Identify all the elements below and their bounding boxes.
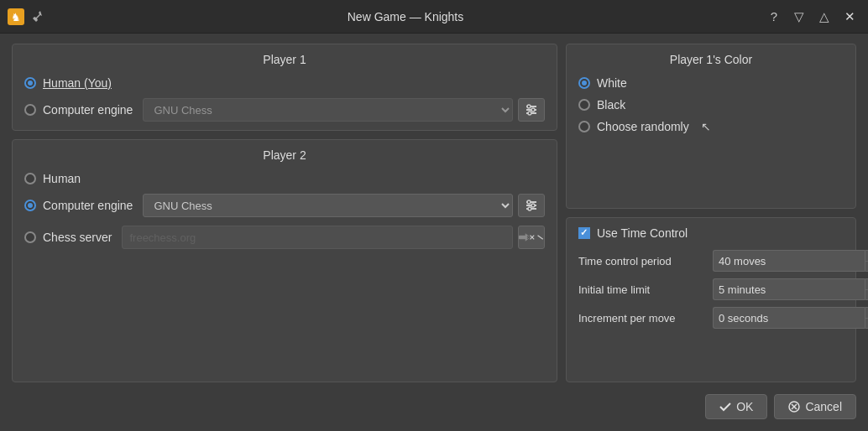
color-random-row: Choose randomly ↖ (578, 120, 844, 133)
color-random-label[interactable]: Choose randomly (597, 120, 689, 133)
time-increment-spinner-btns: ▲ ▼ (865, 307, 868, 329)
time-initial-label: Initial time limit (578, 283, 713, 296)
titlebar-left-icons: ♞ (7, 8, 49, 26)
player2-server-clear-button[interactable] (518, 226, 545, 249)
time-control-panel: Use Time Control Time control period ▲ ▼… (566, 217, 856, 382)
color-panel-title: Player 1's Color (578, 53, 844, 66)
player1-engine-row-controls: GNU Chess (143, 98, 545, 122)
color-black-row: Black (578, 98, 844, 112)
player1-engine-radio[interactable] (24, 104, 36, 116)
cancel-button[interactable]: Cancel (774, 394, 856, 419)
time-control-checkbox[interactable] (578, 227, 590, 239)
color-black-label[interactable]: Black (597, 98, 625, 112)
time-period-spinner-btns: ▲ ▼ (865, 250, 868, 272)
player1-panel: Player 1 Human (You) Computer engine GNU… (12, 44, 557, 131)
color-white-radio[interactable] (578, 77, 590, 89)
player2-server-input[interactable] (122, 226, 513, 249)
cursor-icon: ↖ (701, 120, 711, 133)
pin-icon[interactable] (30, 8, 49, 26)
player2-engine-label[interactable]: Computer engine (43, 199, 133, 212)
time-period-row: Time control period ▲ ▼ (578, 250, 844, 272)
player2-engine-controls: GNU Chess (143, 194, 545, 217)
app-icon: ♞ (7, 8, 25, 26)
time-increment-row: Increment per move ▲ ▼ (578, 307, 844, 329)
time-period-spinner: ▲ ▼ (713, 250, 868, 272)
ok-label: OK (736, 400, 753, 413)
color-random-radio[interactable] (578, 121, 590, 132)
color-black-radio[interactable] (578, 99, 590, 111)
close-button[interactable]: ✕ (838, 5, 861, 29)
time-increment-label: Increment per move (578, 312, 713, 325)
player1-title: Player 1 (24, 53, 545, 66)
player2-engine-settings-button[interactable] (518, 194, 545, 217)
time-increment-spinner: ▲ ▼ (713, 307, 868, 329)
player1-engine-select[interactable]: GNU Chess (143, 98, 513, 122)
player2-server-label[interactable]: Chess server (43, 231, 112, 244)
time-increment-input[interactable] (713, 307, 865, 329)
left-panels: Player 1 Human (You) Computer engine GNU… (12, 44, 557, 382)
ok-check-icon (719, 402, 731, 412)
svg-point-11 (527, 200, 531, 204)
svg-point-13 (528, 207, 531, 210)
player2-server-row: Chess server (24, 226, 545, 249)
svg-point-6 (531, 108, 535, 112)
minimize-button[interactable]: ▽ (787, 5, 811, 29)
color-white-row: White (578, 76, 844, 90)
cancel-icon (788, 401, 800, 413)
time-control-header-row: Use Time Control (578, 226, 844, 240)
player2-human-radio[interactable] (24, 173, 36, 184)
player2-engine-select[interactable]: GNU Chess (143, 194, 513, 217)
time-period-input[interactable] (713, 250, 865, 272)
svg-point-5 (527, 105, 531, 108)
player2-server-radio[interactable] (24, 231, 36, 243)
player1-human-row: Human (You) (24, 76, 545, 90)
time-control-label[interactable]: Use Time Control (597, 226, 688, 240)
player2-server-controls (122, 226, 545, 249)
time-period-label: Time control period (578, 255, 713, 267)
time-initial-spinner-btns: ▲ ▼ (865, 278, 868, 300)
window-controls: ? ▽ △ ✕ (762, 5, 861, 29)
svg-point-12 (531, 204, 535, 207)
player1-human-label[interactable]: Human (You) (43, 76, 112, 90)
color-white-label[interactable]: White (597, 76, 627, 90)
panels-row: Player 1 Human (You) Computer engine GNU… (12, 44, 856, 382)
color-panel: Player 1's Color White Black Choose rand… (566, 44, 856, 209)
player2-engine-row: Computer engine GNU Chess (24, 194, 545, 217)
right-panels: Player 1's Color White Black Choose rand… (566, 44, 856, 382)
cancel-label: Cancel (805, 400, 842, 413)
player1-engine-row: Computer engine GNU Chess (24, 98, 545, 122)
svg-point-7 (528, 112, 531, 115)
time-initial-spinner: ▲ ▼ (713, 278, 868, 300)
bottom-buttons-row: OK Cancel (12, 391, 856, 421)
svg-text:♞: ♞ (11, 11, 21, 23)
player2-engine-radio[interactable] (24, 200, 36, 211)
time-initial-input[interactable] (713, 278, 865, 300)
player1-engine-label[interactable]: Computer engine (43, 103, 133, 117)
time-initial-row: Initial time limit ▲ ▼ (578, 278, 844, 300)
player2-panel: Player 2 Human Computer engine GNU Chess (12, 139, 557, 382)
player2-human-label[interactable]: Human (43, 172, 81, 185)
window-title: New Game — Knights (49, 10, 762, 23)
help-button[interactable]: ? (762, 5, 786, 29)
main-content: Player 1 Human (You) Computer engine GNU… (0, 34, 868, 431)
ok-button[interactable]: OK (705, 394, 767, 419)
player2-human-row: Human (24, 172, 545, 185)
player1-engine-settings-button[interactable] (518, 98, 545, 122)
titlebar: ♞ New Game — Knights ? ▽ △ ✕ (0, 0, 868, 34)
player2-title: Player 2 (24, 148, 545, 162)
player1-human-radio[interactable] (24, 77, 36, 89)
restore-button[interactable]: △ (813, 5, 836, 29)
